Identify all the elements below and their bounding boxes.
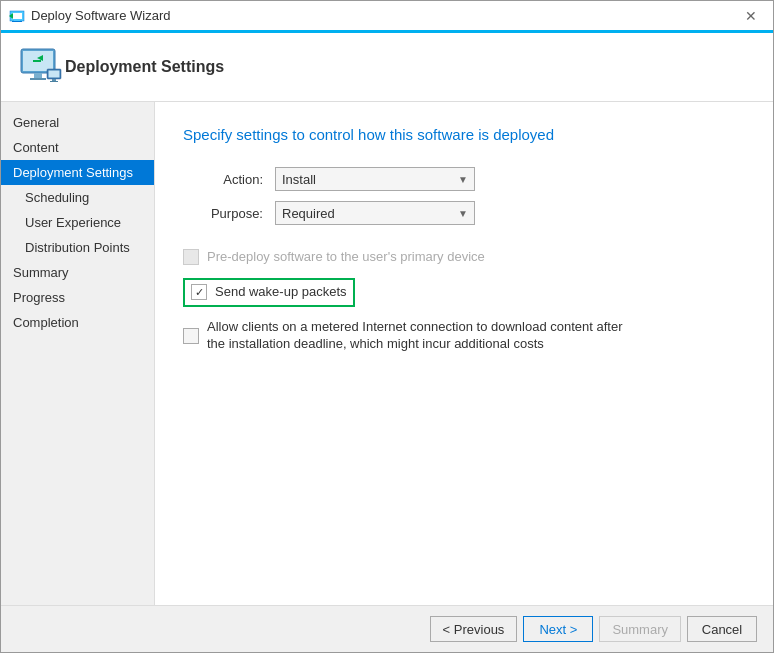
action-label: Action:: [183, 172, 263, 187]
svg-rect-7: [34, 73, 42, 78]
pre-deploy-label: Pre-deploy software to the user's primar…: [207, 249, 485, 266]
action-dropdown[interactable]: Install ▼: [275, 167, 475, 191]
sidebar-item-content[interactable]: Content: [1, 135, 154, 160]
pre-deploy-row: Pre-deploy software to the user's primar…: [183, 249, 745, 266]
sidebar-item-completion[interactable]: Completion: [1, 310, 154, 335]
svg-rect-8: [30, 78, 46, 80]
metered-connection-checkbox-box[interactable]: [183, 328, 199, 344]
svg-rect-1: [12, 13, 22, 19]
window-icon: [9, 8, 25, 24]
sidebar-item-deployment-settings[interactable]: Deployment Settings: [1, 160, 154, 185]
svg-rect-10: [33, 60, 41, 62]
main-area: GeneralContentDeployment SettingsSchedul…: [1, 102, 773, 605]
close-button[interactable]: ✕: [737, 2, 765, 30]
wake-packets-checkbox-box[interactable]: ✓: [191, 284, 207, 300]
previous-button[interactable]: < Previous: [430, 616, 518, 642]
wake-packets-label: Send wake-up packets: [215, 284, 347, 301]
sidebar-item-user-experience[interactable]: User Experience: [1, 210, 154, 235]
purpose-label: Purpose:: [183, 206, 263, 221]
sidebar-item-progress[interactable]: Progress: [1, 285, 154, 310]
purpose-row: Purpose: Required ▼: [183, 201, 745, 225]
checkbox-group: Pre-deploy software to the user's primar…: [183, 249, 745, 353]
pre-deploy-checkbox-box: [183, 249, 199, 265]
sidebar-item-distribution-points[interactable]: Distribution Points: [1, 235, 154, 260]
window-title: Deploy Software Wizard: [31, 8, 737, 23]
wake-packets-highlight-box: ✓ Send wake-up packets: [183, 278, 355, 307]
cancel-button[interactable]: Cancel: [687, 616, 757, 642]
purpose-value: Required: [282, 206, 335, 221]
metered-connection-row: Allow clients on a metered Internet conn…: [183, 319, 745, 353]
action-value: Install: [282, 172, 316, 187]
wake-packets-checkmark: ✓: [195, 286, 204, 299]
metered-connection-checkbox[interactable]: Allow clients on a metered Internet conn…: [183, 319, 627, 353]
svg-rect-12: [49, 71, 60, 78]
header-title: Deployment Settings: [65, 58, 224, 76]
action-arrow-icon: ▼: [458, 174, 468, 185]
sidebar-item-general[interactable]: General: [1, 110, 154, 135]
summary-button: Summary: [599, 616, 681, 642]
page-heading: Specify settings to control how this sof…: [183, 126, 745, 143]
svg-rect-3: [12, 21, 22, 22]
header-icon: [17, 43, 65, 91]
svg-rect-14: [50, 81, 58, 82]
sidebar-item-summary[interactable]: Summary: [1, 260, 154, 285]
wizard-window: Deploy Software Wizard ✕ Deploym: [0, 0, 774, 653]
sidebar: GeneralContentDeployment SettingsSchedul…: [1, 102, 155, 605]
action-row: Action: Install ▼: [183, 167, 745, 191]
wizard-header: Deployment Settings: [1, 33, 773, 102]
metered-connection-label: Allow clients on a metered Internet conn…: [207, 319, 627, 353]
next-button[interactable]: Next >: [523, 616, 593, 642]
content-area: Specify settings to control how this sof…: [155, 102, 773, 605]
purpose-dropdown[interactable]: Required ▼: [275, 201, 475, 225]
wake-packets-row: ✓ Send wake-up packets: [183, 278, 745, 307]
purpose-arrow-icon: ▼: [458, 208, 468, 219]
wake-packets-checkbox[interactable]: ✓ Send wake-up packets: [191, 284, 347, 301]
footer: < Previous Next > Summary Cancel: [1, 605, 773, 652]
pre-deploy-checkbox: Pre-deploy software to the user's primar…: [183, 249, 485, 266]
title-bar: Deploy Software Wizard ✕: [1, 1, 773, 33]
sidebar-item-scheduling[interactable]: Scheduling: [1, 185, 154, 210]
svg-rect-13: [52, 79, 56, 81]
